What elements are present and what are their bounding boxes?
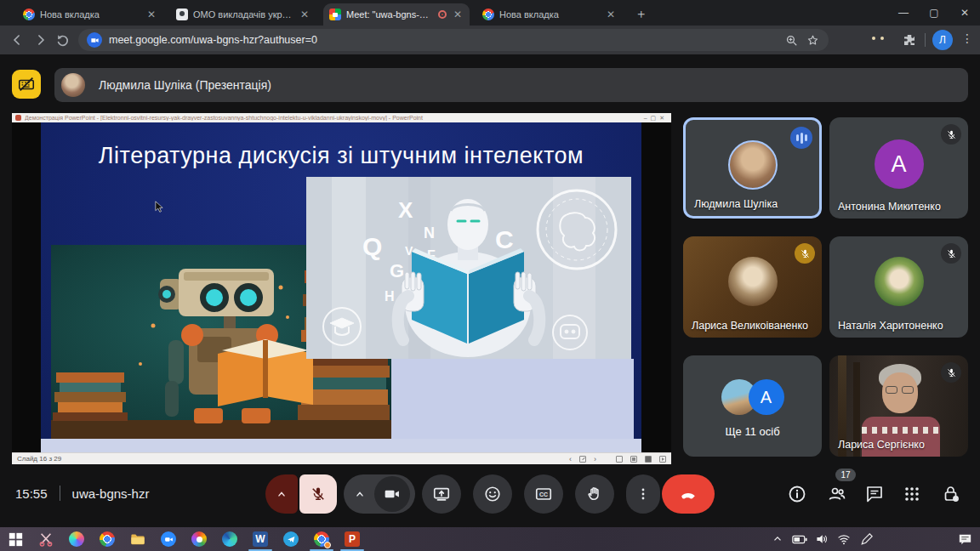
svg-text:X: X [398, 197, 413, 223]
battery-icon[interactable] [791, 531, 808, 548]
mic-options-chevron[interactable] [265, 474, 298, 514]
tab-close-icon[interactable]: ✕ [299, 9, 311, 20]
krita-paint-icon[interactable] [191, 531, 208, 548]
window-close-button[interactable]: ✕ [949, 0, 980, 26]
powerpoint-window-title: Демонстрація PowerPoint - [Elektronni-os… [25, 115, 641, 121]
back-icon[interactable] [9, 31, 26, 48]
mic-muted-icon [941, 243, 961, 264]
tab-title: ОМО викладачів української [193, 9, 293, 20]
snipping-tool-icon[interactable] [37, 531, 54, 548]
next-slide-icon[interactable]: › [594, 455, 596, 463]
meeting-code: uwa-bgns-hzr [72, 486, 150, 501]
powerpoint-titlebar: Демонстрація PowerPoint - [Elektronni-os… [12, 113, 671, 122]
slide-sorter-icon[interactable] [630, 456, 637, 463]
tab-title: Нова вкладка [40, 9, 140, 20]
new-tab-button[interactable]: ＋ [635, 6, 647, 22]
toolbar-divider [925, 33, 926, 47]
chrome-favicon [482, 9, 494, 20]
tile-more-people[interactable]: A Ще 11 осіб [683, 355, 822, 457]
meeting-time: 15:55 [15, 486, 48, 501]
slide: Літературна дискусія зі штучним інтелект… [41, 122, 641, 452]
tab-new-tab-1[interactable]: Нова вкладка ✕ [17, 3, 163, 26]
participants-count-badge: 17 [835, 469, 856, 481]
annotate-pen-icon[interactable] [579, 456, 586, 463]
participant-name: Лариса Великоіваненко [692, 320, 808, 332]
chrome-icon[interactable] [99, 531, 116, 548]
stacked-avatar-initial: A [749, 379, 784, 415]
copilot-icon[interactable] [68, 531, 85, 548]
wifi-icon[interactable] [835, 531, 852, 548]
normal-view-icon[interactable] [616, 456, 623, 463]
end-call-button[interactable] [662, 474, 715, 514]
captions-button[interactable]: CC [524, 474, 563, 514]
profile-avatar[interactable]: Л [932, 30, 953, 50]
pen-icon[interactable] [858, 531, 875, 548]
chrome-profile-icon[interactable] [313, 531, 330, 548]
tile-antonyna-mykytenko[interactable]: A Антонина Микитенко [829, 117, 968, 219]
notification-center-icon[interactable] [956, 531, 973, 548]
tile-larysa-serhiienko[interactable]: Лариса Сергієнко [829, 355, 968, 457]
extensions-puzzle-icon[interactable] [902, 32, 917, 48]
window-minimize-button[interactable]: — [888, 0, 919, 26]
prev-slide-icon[interactable]: ‹ [569, 455, 572, 463]
tile-liudmyla-shulika[interactable]: Людмила Шуліка [683, 117, 822, 219]
participant-grid: Людмила Шуліка A Антонина Микитенко Лари… [683, 117, 968, 457]
url-text[interactable]: meet.google.com/uwa-bgns-hzr?authuser=0 [109, 34, 778, 46]
forward-icon[interactable] [32, 31, 49, 48]
keyboard-off-warning-icon[interactable] [12, 70, 41, 99]
shared-presentation[interactable]: Демонстрація PowerPoint - [Elektronni-os… [12, 113, 671, 464]
host-controls-lock-icon[interactable] [941, 484, 961, 504]
slide-image-ai-robot-photo: X Q N V C F G H [306, 177, 631, 359]
avatar-photo [728, 140, 778, 190]
more-options-button[interactable] [626, 474, 660, 514]
url-bar[interactable]: meet.google.com/uwa-bgns-hzr?authuser=0 [78, 29, 829, 51]
avatar-photo [875, 257, 924, 306]
presenter-name: Людмила Шуліка (Презентація) [99, 78, 271, 92]
present-screen-button[interactable] [422, 474, 461, 514]
telegram-icon[interactable] [282, 531, 299, 548]
mic-muted-button[interactable] [299, 474, 337, 514]
bookmark-star-icon[interactable] [806, 33, 820, 48]
reading-view-icon[interactable] [645, 456, 652, 463]
tab-title: Meet: "uwa-bgns-hzr" [346, 9, 433, 20]
presenter-banner: Людмила Шуліка (Презентація) [54, 68, 968, 102]
zoom-page-icon[interactable] [784, 33, 799, 48]
tab-omo[interactable]: ОМО викладачів української ✕ [170, 3, 316, 26]
chat-panel-icon[interactable] [864, 484, 885, 504]
edge-icon[interactable] [221, 531, 238, 548]
camera-button[interactable] [374, 476, 410, 512]
tab-recording-icon [438, 10, 447, 19]
tab-new-tab-2[interactable]: Нова вкладка ✕ [476, 3, 623, 26]
browser-toolbar: meet.google.com/uwa-bgns-hzr?authuser=0 … [0, 26, 980, 54]
tile-larysa-velykoivanenko[interactable]: Лариса Великоіваненко [683, 236, 822, 338]
tab-close-icon[interactable]: ✕ [452, 9, 464, 20]
browser-menu-icon[interactable]: ⋮ [961, 31, 973, 45]
camera-options-chevron[interactable] [352, 486, 368, 502]
activities-grid-icon[interactable] [902, 484, 922, 504]
slide-bottom-strip [41, 439, 641, 452]
start-button[interactable] [7, 531, 24, 548]
raise-hand-button[interactable] [575, 474, 614, 514]
slideshow-icon[interactable] [659, 456, 666, 463]
tray-expand-chevron[interactable] [769, 531, 786, 548]
avatar-initial: A [875, 139, 924, 189]
reactions-button[interactable] [473, 474, 512, 514]
people-panel-icon[interactable] [827, 484, 847, 504]
tab-close-icon[interactable]: ✕ [145, 9, 157, 20]
participant-name: Людмила Шуліка [694, 198, 778, 210]
zoom-app-icon[interactable] [160, 531, 177, 548]
tab-meet-active[interactable]: Meet: "uwa-bgns-hzr" ✕ [323, 3, 470, 26]
window-maximize-button[interactable]: ▢ [919, 0, 949, 26]
volume-icon[interactable] [813, 531, 830, 548]
tile-nataliia-kharytonenko[interactable]: Наталія Харитоненко [829, 236, 968, 338]
more-people-label: Ще 11 осіб [683, 425, 822, 438]
meeting-details-icon[interactable] [787, 484, 807, 504]
camera-button-group[interactable] [344, 474, 415, 514]
reload-icon[interactable] [54, 31, 71, 48]
powerpoint-app-icon [15, 115, 21, 121]
word-icon[interactable]: W [252, 531, 269, 548]
file-explorer-icon[interactable] [129, 531, 146, 548]
powerpoint-taskbar-icon[interactable]: P [344, 531, 361, 548]
page-favicon [176, 9, 188, 20]
tab-close-icon[interactable]: ✕ [605, 9, 617, 20]
